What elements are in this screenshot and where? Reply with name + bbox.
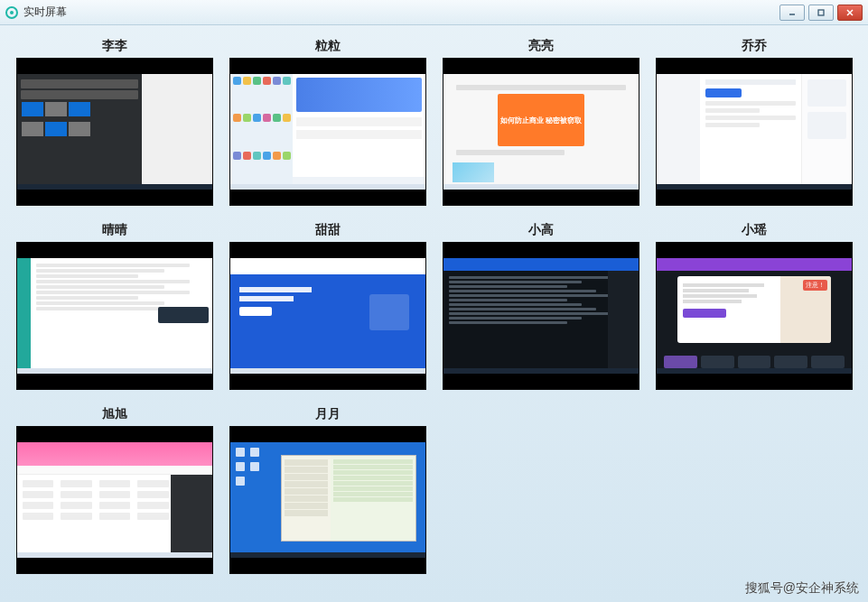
user-name: 小高	[528, 222, 554, 238]
screen-thumbnail[interactable]	[656, 58, 853, 206]
user-name: 亮亮	[528, 38, 554, 54]
screen-cell: 李李	[16, 38, 213, 206]
titlebar: 实时屏幕	[0, 0, 868, 25]
user-name: 乔乔	[742, 38, 767, 54]
screen-cell: 粒粒	[229, 38, 426, 206]
user-name: 粒粒	[315, 38, 341, 54]
screen-cell: 旭旭	[16, 406, 213, 574]
app-icon	[5, 6, 18, 19]
window-controls	[779, 5, 863, 21]
screen-thumbnail[interactable]	[443, 242, 639, 390]
screen-thumbnail[interactable]: 如何防止商业 秘密被窃取	[443, 58, 639, 206]
user-name: 甜甜	[315, 222, 341, 238]
screen-grid: 李李 粒粒	[16, 38, 852, 574]
user-name: 李李	[102, 38, 127, 54]
orange-card: 如何防止商业 秘密被窃取	[498, 94, 584, 146]
screen-thumbnail[interactable]	[16, 242, 213, 390]
screen-cell: 甜甜	[229, 222, 426, 390]
content-area: 李李 粒粒	[0, 25, 868, 602]
user-name: 小瑶	[742, 222, 767, 238]
screen-thumbnail[interactable]	[229, 242, 426, 390]
screen-cell: 小瑶 注意！	[656, 222, 853, 390]
svg-rect-1	[818, 10, 824, 15]
screen-thumbnail[interactable]: 注意！	[656, 242, 853, 390]
user-name: 月月	[315, 406, 341, 422]
screen-cell: 亮亮 如何防止商业 秘密被窃取	[443, 38, 639, 206]
screen-thumbnail[interactable]	[229, 58, 426, 206]
screen-thumbnail[interactable]	[16, 58, 213, 206]
screen-cell: 小高	[443, 222, 639, 390]
minimize-button[interactable]	[779, 5, 805, 21]
screen-thumbnail[interactable]	[229, 426, 426, 574]
maximize-button[interactable]	[808, 5, 834, 21]
screen-cell: 晴晴	[16, 222, 213, 390]
user-name: 晴晴	[102, 222, 127, 238]
close-button[interactable]	[837, 5, 863, 21]
badge: 注意！	[803, 280, 827, 291]
screen-cell: 乔乔	[656, 38, 853, 206]
screen-cell: 月月	[229, 406, 426, 574]
window-title: 实时屏幕	[23, 5, 779, 20]
screen-thumbnail[interactable]	[16, 426, 213, 574]
user-name: 旭旭	[102, 406, 127, 422]
